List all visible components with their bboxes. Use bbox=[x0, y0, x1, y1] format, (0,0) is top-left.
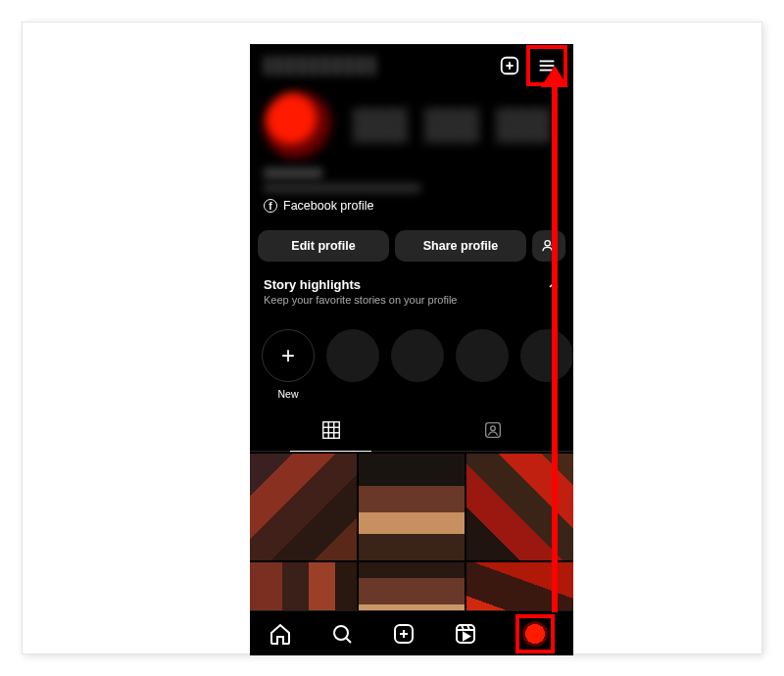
nav-create[interactable] bbox=[392, 622, 416, 646]
posts-stat-blurred[interactable] bbox=[353, 108, 408, 143]
highlights-row: + New bbox=[250, 315, 573, 402]
highlights-title: Story highlights bbox=[264, 277, 560, 292]
highlight-placeholder bbox=[520, 329, 573, 382]
svg-marker-25 bbox=[464, 633, 469, 640]
highlight-placeholder bbox=[326, 329, 379, 382]
reels-icon bbox=[454, 622, 477, 646]
tutorial-frame: f Facebook profile Edit profile Share pr… bbox=[22, 22, 762, 654]
nav-reels[interactable] bbox=[454, 622, 477, 646]
tab-tagged[interactable] bbox=[412, 410, 573, 451]
facebook-profile-link[interactable]: f Facebook profile bbox=[264, 199, 560, 213]
new-highlight-label: New bbox=[262, 388, 315, 400]
bottom-nav bbox=[250, 610, 573, 655]
following-stat-blurred[interactable] bbox=[496, 108, 551, 143]
plus-square-icon bbox=[499, 55, 520, 76]
plus-square-icon bbox=[392, 622, 416, 646]
bio-text-blurred bbox=[264, 183, 420, 193]
display-name-blurred bbox=[264, 168, 322, 179]
profile-bio: f Facebook profile bbox=[250, 166, 573, 220]
highlights-subtitle: Keep your favorite stories on your profi… bbox=[264, 294, 560, 306]
followers-stat-blurred[interactable] bbox=[424, 108, 479, 143]
share-profile-button[interactable]: Share profile bbox=[395, 230, 526, 262]
profile-header bbox=[250, 44, 573, 81]
nav-home[interactable] bbox=[269, 622, 292, 646]
edit-profile-button[interactable]: Edit profile bbox=[258, 230, 389, 262]
facebook-link-label: Facebook profile bbox=[283, 199, 373, 213]
highlight-placeholder bbox=[391, 329, 444, 382]
phone-screenshot: f Facebook profile Edit profile Share pr… bbox=[250, 44, 573, 655]
new-highlight-button[interactable]: + New bbox=[262, 329, 315, 400]
svg-point-16 bbox=[334, 626, 348, 640]
svg-rect-9 bbox=[322, 422, 339, 439]
profile-row bbox=[250, 81, 573, 166]
highlight-placeholder bbox=[456, 329, 509, 382]
svg-point-15 bbox=[490, 426, 495, 431]
nav-profile-highlight bbox=[515, 614, 555, 653]
profile-buttons-row: Edit profile Share profile bbox=[250, 220, 573, 271]
nav-search[interactable] bbox=[330, 622, 354, 646]
profile-stats bbox=[332, 108, 560, 143]
profile-tabs bbox=[250, 410, 573, 452]
svg-line-17 bbox=[347, 638, 352, 643]
share-profile-label: Share profile bbox=[423, 239, 498, 253]
search-icon bbox=[330, 622, 354, 646]
tab-posts-grid[interactable] bbox=[250, 410, 412, 451]
create-post-button[interactable] bbox=[495, 51, 524, 80]
grid-icon bbox=[320, 419, 342, 441]
annotation-arrow bbox=[552, 83, 558, 612]
post-thumbnail[interactable] bbox=[250, 454, 357, 560]
story-highlights-section: Story highlights Keep your favorite stor… bbox=[250, 271, 573, 315]
username-blurred[interactable] bbox=[264, 56, 376, 75]
nav-profile[interactable] bbox=[522, 621, 548, 647]
home-icon bbox=[269, 622, 292, 646]
profile-avatar[interactable] bbox=[264, 91, 332, 160]
facebook-icon: f bbox=[264, 199, 277, 213]
svg-point-6 bbox=[545, 241, 550, 246]
post-thumbnail[interactable] bbox=[359, 454, 466, 560]
discover-people-button[interactable] bbox=[532, 230, 565, 262]
edit-profile-label: Edit profile bbox=[291, 239, 355, 253]
tagged-icon bbox=[482, 419, 504, 441]
